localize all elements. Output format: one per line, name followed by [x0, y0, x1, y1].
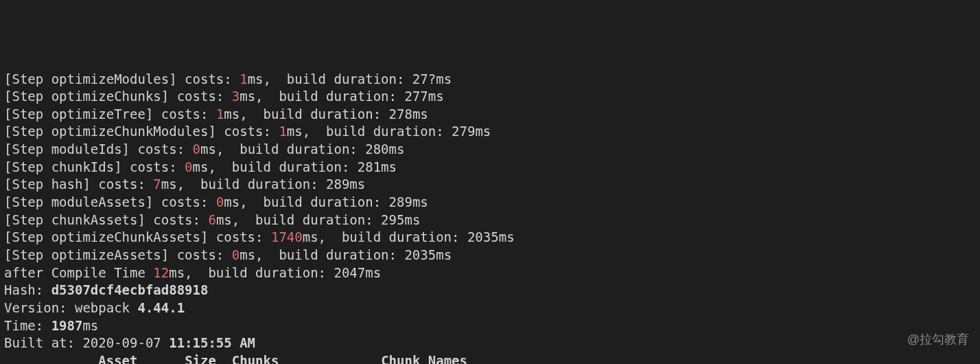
step-line: [Step moduleAssets] costs: 0ms, build du…: [4, 194, 428, 209]
step-line: [Step optimizeChunkModules] costs: 1ms, …: [4, 124, 491, 139]
step-line: [Step optimizeChunkAssets] costs: 1740ms…: [4, 229, 515, 244]
built-at-line: Built at: 2020-09-07 11:15:55 AM: [4, 335, 255, 350]
step-line: [Step optimizeModules] costs: 1ms, build…: [4, 71, 452, 87]
step-line: [Step chunkIds] costs: 0ms, build durati…: [4, 159, 397, 174]
terminal-output: [Step optimizeModules] costs: 1ms, build…: [0, 71, 980, 364]
step-line: [Step optimizeTree] costs: 1ms, build du…: [4, 106, 428, 122]
step-line: [Step moduleIds] costs: 0ms, build durat…: [4, 141, 404, 157]
step-line: [Step hash] costs: 7ms, build duration: …: [4, 177, 365, 192]
hash-line: Hash: d5307dcf4ecbfad88918: [4, 282, 208, 297]
step-line: [Step optimizeAssets] costs: 0ms, build …: [4, 247, 452, 262]
version-line: Version: webpack 4.44.1: [4, 300, 185, 315]
step-line: [Step optimizeChunks] costs: 3ms, build …: [4, 89, 444, 104]
watermark: @拉勾教育: [907, 331, 969, 348]
table-header: Asset Size Chunks Chunk Names: [4, 353, 467, 364]
time-line: Time: 1987ms: [4, 318, 98, 333]
step-line: [Step chunkAssets] costs: 6ms, build dur…: [4, 212, 420, 227]
after-compile-line: after Compile Time 12ms, build duration:…: [4, 265, 381, 280]
